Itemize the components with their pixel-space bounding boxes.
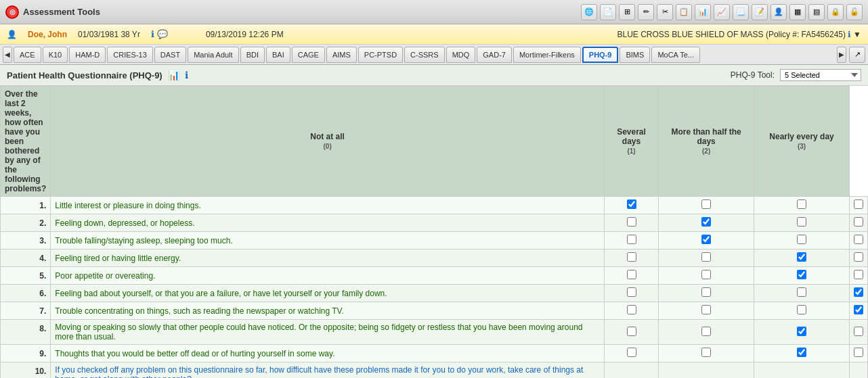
checkbox-col-3[interactable] xyxy=(849,302,867,320)
checkbox-col-2[interactable] xyxy=(754,197,850,214)
phq-tool-select[interactable]: 5 Selected All None xyxy=(780,69,861,81)
checkbox-col-3[interactable] xyxy=(849,267,867,285)
person-icon[interactable]: 👤 xyxy=(771,4,787,20)
question-4-col-2-checkbox[interactable] xyxy=(797,252,806,262)
checkbox-col-0[interactable] xyxy=(604,320,658,345)
tab-GAD-7[interactable]: GAD-7 xyxy=(477,47,512,63)
table-icon[interactable]: ▦ xyxy=(789,4,806,20)
question-1-col-0-checkbox[interactable] xyxy=(627,199,636,209)
question-6-col-0-checkbox[interactable] xyxy=(627,287,636,297)
question-5-col-0-checkbox[interactable] xyxy=(627,270,636,279)
question-7-col-3-checkbox[interactable] xyxy=(854,305,863,314)
question-4-col-0-checkbox[interactable] xyxy=(627,252,636,262)
question-3-col-2-checkbox[interactable] xyxy=(797,235,806,244)
question-9-col-0-checkbox[interactable] xyxy=(627,348,636,357)
question-6-col-3-checkbox[interactable] xyxy=(854,287,863,297)
tab-CAGE[interactable]: CAGE xyxy=(292,47,325,63)
question-7-col-1-checkbox[interactable] xyxy=(701,305,711,314)
checkbox-col-3[interactable] xyxy=(849,285,867,302)
doc3-icon[interactable]: 📝 xyxy=(752,4,768,20)
checkbox-col-1[interactable] xyxy=(659,197,754,214)
copy-icon[interactable]: 📋 xyxy=(676,4,692,20)
checkbox-col-2[interactable] xyxy=(754,285,850,302)
checkbox-col-2[interactable] xyxy=(754,320,850,345)
checkbox-col-1[interactable] xyxy=(659,345,754,362)
lock-icon[interactable]: 🔒 xyxy=(827,4,844,20)
tab-nav-left[interactable]: ◀ xyxy=(3,47,12,63)
checkbox-col-3[interactable] xyxy=(849,232,867,250)
question-8-col-3-checkbox[interactable] xyxy=(854,327,863,336)
checkbox-col-1[interactable] xyxy=(659,214,754,232)
question-2-col-2-checkbox[interactable] xyxy=(797,217,806,227)
tab-PC-PTSD[interactable]: PC-PTSD xyxy=(358,47,403,63)
tab-K10[interactable]: K10 xyxy=(43,47,68,63)
tab-Mortimer-Filkens[interactable]: Mortimer-Filkens xyxy=(513,47,581,63)
scissors-icon[interactable]: ✂ xyxy=(657,4,673,20)
checkbox-col-1[interactable] xyxy=(659,250,754,267)
grid-icon[interactable]: ⊞ xyxy=(619,4,635,20)
question-6-col-2-checkbox[interactable] xyxy=(797,287,806,297)
checkbox-col-3[interactable] xyxy=(849,320,867,345)
checkbox-col-3[interactable] xyxy=(849,345,867,362)
question-2-col-1-checkbox[interactable] xyxy=(701,217,711,227)
chart2-icon[interactable]: 📈 xyxy=(714,4,730,20)
tab-nav-right[interactable]: ▶ xyxy=(837,47,846,63)
tab-MoCA[interactable]: MoCA Te... xyxy=(651,47,700,63)
tab-BIMS[interactable]: BIMS xyxy=(620,47,650,63)
tab-PHQ-9[interactable]: PHQ-9 xyxy=(582,47,619,63)
checkbox-col-0[interactable] xyxy=(604,232,658,250)
tab-MDQ[interactable]: MDQ xyxy=(446,47,476,63)
checkbox-col-0[interactable] xyxy=(604,214,658,232)
checkbox-col-0[interactable] xyxy=(604,250,658,267)
checkbox-col-0[interactable] xyxy=(604,197,658,214)
question-9-col-3-checkbox[interactable] xyxy=(854,348,863,357)
tab-HAM-D[interactable]: HAM-D xyxy=(69,47,106,63)
checkbox-col-2[interactable] xyxy=(754,345,850,362)
table2-icon[interactable]: ▤ xyxy=(808,4,825,20)
doc-icon[interactable]: 📄 xyxy=(600,4,616,20)
question-5-col-3-checkbox[interactable] xyxy=(854,270,863,279)
tab-external-icon[interactable]: ↗ xyxy=(849,47,865,63)
question-4-col-3-checkbox[interactable] xyxy=(854,252,863,262)
tab-ACE[interactable]: ACE xyxy=(14,47,41,63)
question-9-col-2-checkbox[interactable] xyxy=(797,348,806,357)
lock2-icon[interactable]: 🔓 xyxy=(846,4,863,20)
question-7-col-2-checkbox[interactable] xyxy=(797,305,806,314)
tab-BAI[interactable]: BAI xyxy=(266,47,290,63)
question-3-col-3-checkbox[interactable] xyxy=(854,235,863,244)
checkbox-col-0[interactable] xyxy=(604,267,658,285)
question-6-col-1-checkbox[interactable] xyxy=(701,287,711,297)
question-5-col-2-checkbox[interactable] xyxy=(797,270,806,279)
chart-icon-top[interactable]: 📊 xyxy=(695,4,711,20)
question-7-col-0-checkbox[interactable] xyxy=(627,305,636,314)
checkbox-col-3[interactable] xyxy=(849,214,867,232)
question-9-col-1-checkbox[interactable] xyxy=(701,348,711,357)
patient-info-icon[interactable]: ℹ xyxy=(151,29,154,39)
tab-AIMS[interactable]: AIMS xyxy=(326,47,357,63)
question-4-col-1-checkbox[interactable] xyxy=(701,252,711,262)
checkbox-col-0[interactable] xyxy=(604,285,658,302)
checkbox-col-2[interactable] xyxy=(754,302,850,320)
checkbox-col-0[interactable] xyxy=(604,302,658,320)
checkbox-col-2[interactable] xyxy=(754,232,850,250)
checkbox-col-3[interactable] xyxy=(849,250,867,267)
tab-DAST[interactable]: DAST xyxy=(154,47,186,63)
checkbox-col-1[interactable] xyxy=(659,302,754,320)
doc2-icon[interactable]: 📃 xyxy=(733,4,749,20)
edit-doc-icon[interactable]: ✏ xyxy=(638,4,654,20)
question-3-col-1-checkbox[interactable] xyxy=(701,235,711,244)
question-8-col-2-checkbox[interactable] xyxy=(797,327,806,336)
question-2-col-3-checkbox[interactable] xyxy=(854,217,863,227)
tab-BDI[interactable]: BDI xyxy=(240,47,265,63)
patient-message-icon[interactable]: 💬 xyxy=(157,29,168,39)
question-8-col-0-checkbox[interactable] xyxy=(627,327,636,336)
question-8-col-1-checkbox[interactable] xyxy=(701,327,711,336)
checkbox-col-2[interactable] xyxy=(754,250,850,267)
checkbox-col-1[interactable] xyxy=(659,285,754,302)
tab-CRIES-13[interactable]: CRIES-13 xyxy=(107,47,153,63)
checkbox-col-2[interactable] xyxy=(754,267,850,285)
checkbox-col-1[interactable] xyxy=(659,320,754,345)
question-1-col-3-checkbox[interactable] xyxy=(854,199,863,209)
checkbox-col-2[interactable] xyxy=(754,214,850,232)
checkbox-col-3[interactable] xyxy=(849,197,867,214)
